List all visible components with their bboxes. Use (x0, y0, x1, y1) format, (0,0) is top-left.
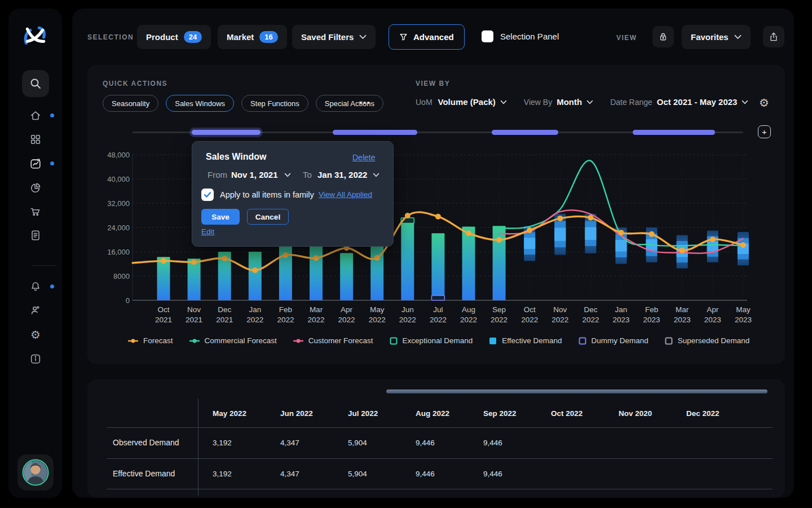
trend-chart-icon (29, 157, 42, 170)
market-filter-button[interactable]: Market 16 (218, 25, 287, 49)
info-icon (29, 353, 42, 365)
legend-label: Forecast (143, 336, 173, 345)
plus-icon: + (762, 128, 767, 136)
share-button[interactable] (763, 26, 784, 47)
legend-item-superseded-demand[interactable]: Superseded Demand (665, 336, 750, 345)
table-column-header: Aug 2022 (401, 409, 469, 418)
pie-chart-icon (29, 182, 42, 194)
gear-icon: ⚙ (30, 329, 41, 340)
chevron-down-icon[interactable] (742, 100, 748, 104)
timeline-segment-2[interactable] (333, 130, 417, 135)
from-date-dropdown[interactable]: Nov 1, 2021 (231, 170, 278, 179)
sidebar-item-reports[interactable] (29, 229, 42, 242)
lock-view-button[interactable] (652, 26, 674, 47)
viewby-label: View By (524, 98, 552, 107)
avatar-image (21, 458, 50, 487)
to-label: To (303, 170, 312, 179)
chevron-down-icon[interactable] (284, 173, 291, 177)
timeline-segment-3[interactable] (492, 130, 558, 135)
legend-item-commercial-forecast[interactable]: Commercial Forecast (189, 336, 277, 345)
table-cell: 3,192 (198, 439, 266, 447)
table-row-label: Observed Demand (87, 438, 198, 447)
delete-link[interactable]: Delete (352, 153, 375, 162)
sidebar-item-settings[interactable]: ⚙ (29, 328, 42, 341)
saved-filters-dropdown[interactable]: Saved Filters (292, 25, 376, 49)
svg-text:8000: 8000 (113, 272, 130, 281)
table-cell: 3,192 (198, 470, 266, 478)
legend-label: Dummy Demand (592, 336, 648, 345)
legend-swatch-marker (489, 337, 497, 345)
legend-item-dummy-demand[interactable]: Dummy Demand (579, 336, 648, 345)
sidebar: ⚙ (8, 8, 62, 498)
chevron-down-icon[interactable] (586, 100, 593, 104)
svg-text:Dec2021: Dec2021 (216, 305, 233, 324)
apply-family-checkbox[interactable] (201, 189, 214, 201)
quick-action-chip-sales-windows[interactable]: Sales Windows (166, 95, 234, 112)
daterange-dropdown[interactable]: Oct 2021 - May 2023 (657, 97, 738, 107)
chevron-down-icon (359, 34, 367, 40)
quick-action-chips: SeasonalitySales WindowsStep FunctionsSp… (103, 95, 383, 112)
legend-swatch-marker (579, 337, 586, 345)
quick-action-chip-seasonality[interactable]: Seasonality (103, 95, 158, 112)
sidebar-item-notifications[interactable] (29, 280, 42, 294)
product-filter-button[interactable]: Product 24 (137, 25, 211, 49)
favorites-dropdown[interactable]: Favorites (682, 25, 751, 49)
to-date-dropdown[interactable]: Jan 31, 2022 (317, 170, 367, 179)
svg-text:48,000: 48,000 (107, 151, 130, 159)
legend-label: Effective Demand (502, 336, 562, 345)
uom-dropdown[interactable]: Volume (Pack) (438, 97, 496, 107)
sidebar-item-forecast[interactable] (29, 157, 42, 170)
chevron-down-icon[interactable] (373, 173, 379, 177)
view-all-applied-link[interactable]: View All Applied (319, 190, 372, 199)
legend-swatch-marker (665, 337, 673, 345)
legend-item-effective-demand[interactable]: Effective Demand (489, 336, 562, 345)
add-sales-window-button[interactable]: + (758, 125, 771, 138)
save-button[interactable]: Save (201, 209, 240, 225)
table-row: Effective Demand3,1924,3475,9049,4469,44… (87, 462, 785, 485)
table-cell: 5,904 (333, 470, 401, 478)
sidebar-item-users[interactable] (29, 304, 42, 317)
quick-action-chip-special-actions[interactable]: Special Actions (316, 95, 383, 112)
sidebar-divider (32, 265, 56, 266)
sidebar-item-orders[interactable] (29, 205, 42, 218)
svg-text:Dec2022: Dec2022 (582, 305, 599, 324)
quick-action-chip-step-functions[interactable]: Step Functions (241, 95, 308, 112)
cancel-button[interactable]: Cancel (247, 209, 289, 225)
table-column-header: Jul 2022 (333, 409, 401, 418)
table-header-divider (107, 427, 773, 428)
table-column-header: Dec 2022 (672, 409, 739, 418)
timeline-segment-4[interactable] (633, 130, 715, 135)
legend-item-customer-forecast[interactable]: Customer Forecast (293, 336, 373, 345)
svg-text:40,000: 40,000 (107, 175, 130, 183)
sales-windows-timeline[interactable] (133, 129, 743, 135)
selection-panel-checkbox[interactable] (482, 30, 493, 42)
daterange-label: Date Range (610, 98, 652, 107)
brand-logo-icon[interactable] (21, 24, 49, 52)
sidebar-search-button[interactable] (22, 70, 49, 97)
viewby-dropdown[interactable]: Month (557, 97, 582, 107)
svg-text:Apr2023: Apr2023 (704, 305, 721, 324)
chart-settings-gear-icon[interactable]: ⚙ (759, 97, 769, 108)
legend-line-marker (189, 338, 200, 344)
home-notification-dot (50, 113, 54, 117)
user-avatar[interactable] (17, 454, 54, 491)
chevron-down-icon[interactable] (500, 100, 507, 104)
legend-label: Customer Forecast (308, 336, 373, 345)
grid-icon (29, 133, 42, 146)
advanced-filters-button[interactable]: Advanced (389, 24, 465, 50)
sidebar-item-analytics[interactable] (29, 181, 42, 195)
view-section-label: VIEW (616, 34, 637, 42)
table-cell: 9,446 (469, 470, 536, 478)
legend-item-exceptional-demand[interactable]: Exceptional Demand (390, 336, 473, 345)
table-cell: 4,347 (266, 470, 333, 478)
legend-item-forecast[interactable]: Forecast (128, 336, 173, 345)
sidebar-item-home[interactable] (29, 109, 42, 122)
sidebar-item-apps[interactable] (29, 133, 42, 146)
sidebar-item-info[interactable] (29, 352, 42, 366)
edit-link[interactable]: Edit (201, 227, 214, 236)
table-scrollbar[interactable] (386, 389, 767, 393)
uom-label: UoM (416, 98, 433, 107)
svg-text:Jun2022: Jun2022 (399, 305, 416, 324)
timeline-segment-1[interactable] (192, 130, 261, 135)
more-actions-button[interactable]: ••• (359, 98, 371, 107)
